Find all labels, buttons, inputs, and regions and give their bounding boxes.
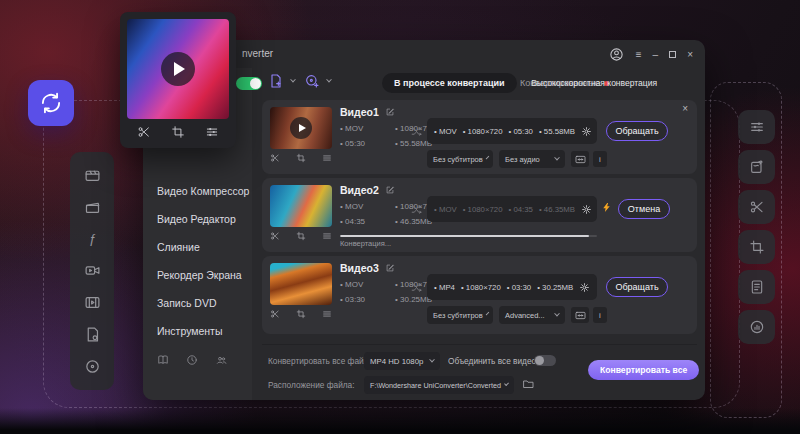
rename-icon[interactable] <box>385 185 395 195</box>
info-icon[interactable]: i <box>593 307 607 323</box>
subtitles-dropdown[interactable]: Без субтитров <box>427 306 493 324</box>
target-settings-box: MOV 1080×720 04:35 46.35MB <box>427 196 597 222</box>
effects-icon[interactable] <box>322 153 332 163</box>
subtitle-button[interactable] <box>738 270 775 304</box>
equalizer-button[interactable] <box>738 110 775 144</box>
conversion-status: Конвертация... <box>340 239 391 248</box>
file-burn-icon[interactable] <box>84 326 101 343</box>
output-format-dropdown[interactable]: MP4 HD 1080p <box>364 352 440 370</box>
convert-all-button[interactable]: Конвертировать все <box>588 360 699 380</box>
target-size: 46.35MB <box>539 205 575 214</box>
target-size: 30.25MB <box>537 283 573 292</box>
open-folder-icon[interactable] <box>522 378 535 390</box>
tab-converting[interactable]: В процессе конвертации <box>382 73 517 93</box>
subtitles-value: Без субтитров <box>433 311 483 320</box>
window-title: nverter <box>242 48 273 59</box>
settings-gear-icon[interactable] <box>579 282 590 293</box>
cancel-row-button[interactable]: Отмена <box>618 199 670 219</box>
sidebar-item-tools[interactable]: Инструменты <box>157 325 222 337</box>
remove-row-icon[interactable]: × <box>682 103 688 114</box>
resolution-icon[interactable] <box>571 151 589 167</box>
maximize-button[interactable] <box>669 51 676 58</box>
video-frame-icon[interactable] <box>84 167 101 184</box>
crop-icon[interactable] <box>171 125 185 139</box>
sidebar-item-screen-recorder[interactable]: Рекордер Экрана <box>157 269 242 281</box>
left-modules-strip: ƒ <box>70 152 114 390</box>
info-icon[interactable]: i <box>593 151 607 167</box>
trim-icon[interactable] <box>270 153 280 163</box>
convert-arrows-icon <box>410 203 423 216</box>
toolbar: В процессе конвертации Конвертированные … <box>252 68 705 98</box>
source-duration: 05:30 <box>340 139 365 148</box>
stats-button[interactable] <box>738 310 775 344</box>
menu-icon[interactable]: ≡ <box>636 49 642 60</box>
source-duration: 03:30 <box>340 295 365 304</box>
audio-dropdown[interactable]: Advanced... <box>499 306 565 324</box>
target-settings-box[interactable]: MP4 1080×720 03:30 30.25MB <box>427 274 597 300</box>
source-format: MOV <box>340 202 363 211</box>
add-files-button[interactable] <box>268 73 295 89</box>
high-speed-icon <box>601 201 612 214</box>
filmstrip-icon[interactable] <box>84 294 101 311</box>
sidebar-item-video-compressor[interactable]: Видео Компрессор <box>157 185 249 197</box>
video1-play-icon[interactable] <box>290 117 312 139</box>
trim-button[interactable] <box>738 190 775 224</box>
crop-button[interactable] <box>738 230 775 264</box>
file-location-label: Расположение файла: <box>268 380 355 390</box>
subtitles-dropdown[interactable]: Без субтитров <box>427 150 493 168</box>
play-button[interactable] <box>161 52 195 86</box>
source-format: MOV <box>340 280 363 289</box>
target-settings-box[interactable]: MOV 1080×720 05:30 55.58MB <box>427 118 597 144</box>
right-tools-strip <box>738 110 776 344</box>
convert-row-button[interactable]: Обращать <box>606 121 668 141</box>
target-size: 55.58MB <box>539 127 575 136</box>
settings-gear-icon[interactable] <box>581 204 592 215</box>
effects-icon[interactable] <box>205 125 219 139</box>
target-duration: 05:30 <box>509 127 533 136</box>
load-dvd-button[interactable] <box>304 73 331 89</box>
trim-icon[interactable] <box>137 125 151 139</box>
convert-row-button[interactable]: Обращать <box>606 277 668 297</box>
trim-icon[interactable] <box>270 231 280 241</box>
crop-icon[interactable] <box>296 231 306 241</box>
sidebar-item-merge[interactable]: Слияние <box>157 241 200 253</box>
video-preview-card <box>120 12 236 148</box>
disc-icon[interactable] <box>84 358 101 375</box>
crop-icon[interactable] <box>296 309 306 319</box>
effects-icon[interactable] <box>322 309 332 319</box>
minimize-button[interactable]: – <box>653 49 659 60</box>
settings-gear-icon[interactable] <box>581 126 592 137</box>
convert-arrows-icon <box>410 281 423 294</box>
merge-videos-toggle[interactable] <box>534 355 556 366</box>
rename-icon[interactable] <box>385 107 395 117</box>
merge-videos-label: Объединить все видео <box>448 356 536 366</box>
converter-app-badge <box>28 80 74 126</box>
effects-fx-icon[interactable]: ƒ <box>88 231 95 246</box>
fast-conversion-toggle[interactable] <box>236 77 262 90</box>
close-button[interactable]: × <box>687 49 693 60</box>
convert-arrows-icon <box>410 125 423 138</box>
clapperboard-icon[interactable] <box>84 199 101 216</box>
audio-dropdown[interactable]: Без аудио <box>499 150 565 168</box>
target-resolution: 1080×720 <box>463 205 503 214</box>
guide-icon[interactable] <box>157 354 169 366</box>
history-icon[interactable] <box>186 354 198 366</box>
effects-icon[interactable] <box>322 231 332 241</box>
sidebar-item-video-editor[interactable]: Видео Редактор <box>157 213 236 225</box>
video2-thumbnail <box>270 185 332 227</box>
rename-icon[interactable] <box>385 263 395 273</box>
trim-icon[interactable] <box>270 309 280 319</box>
file-location-value: F:\Wondershare UniConverter\Converted <box>370 381 501 390</box>
target-resolution: 1080×720 <box>461 283 501 292</box>
resolution-icon[interactable] <box>571 307 589 323</box>
target-format: MOV <box>434 205 457 214</box>
community-icon[interactable] <box>215 354 228 366</box>
camera-icon[interactable] <box>84 262 101 279</box>
account-avatar-icon[interactable] <box>609 46 625 62</box>
target-duration: 03:30 <box>507 283 531 292</box>
conversion-progress-fill <box>340 235 589 237</box>
sidebar-item-dvd-burn[interactable]: Запись DVD <box>157 297 217 309</box>
file-location-dropdown[interactable]: F:\Wondershare UniConverter\Converted <box>364 376 514 394</box>
crop-icon[interactable] <box>296 153 306 163</box>
edit-document-button[interactable] <box>738 150 775 184</box>
